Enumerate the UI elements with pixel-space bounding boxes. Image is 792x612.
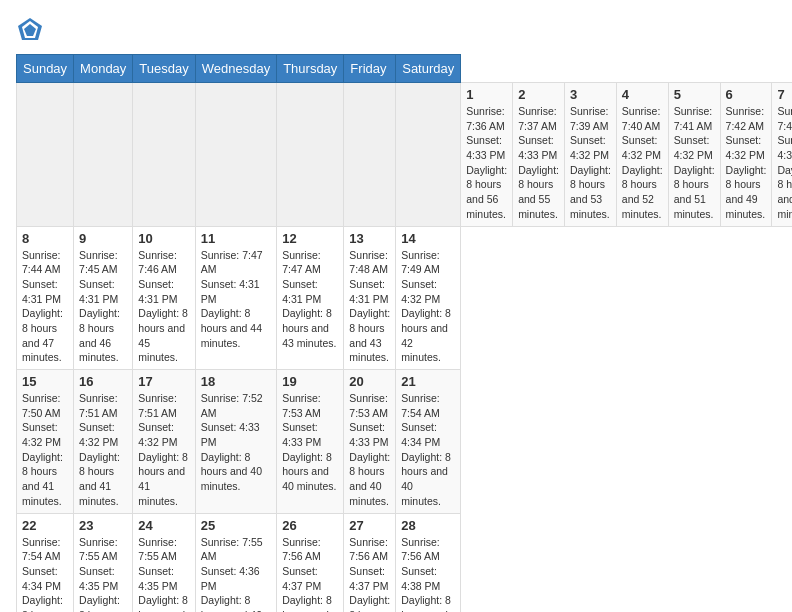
day-info: Sunrise: 7:47 AMSunset: 4:31 PMDaylight:… xyxy=(201,248,271,351)
day-info: Sunrise: 7:52 AMSunset: 4:33 PMDaylight:… xyxy=(201,391,271,494)
weekday-header-wednesday: Wednesday xyxy=(195,55,276,83)
day-info: Sunrise: 7:46 AMSunset: 4:31 PMDaylight:… xyxy=(138,248,189,366)
day-number: 5 xyxy=(674,87,715,102)
day-number: 24 xyxy=(138,518,189,533)
day-number: 19 xyxy=(282,374,338,389)
calendar-cell: 23Sunrise: 7:55 AMSunset: 4:35 PMDayligh… xyxy=(74,513,133,612)
weekday-header-monday: Monday xyxy=(74,55,133,83)
calendar-cell: 8Sunrise: 7:44 AMSunset: 4:31 PMDaylight… xyxy=(17,226,74,370)
calendar-cell: 25Sunrise: 7:55 AMSunset: 4:36 PMDayligh… xyxy=(195,513,276,612)
day-info: Sunrise: 7:47 AMSunset: 4:31 PMDaylight:… xyxy=(282,248,338,351)
day-info: Sunrise: 7:55 AMSunset: 4:36 PMDaylight:… xyxy=(201,535,271,613)
calendar-cell: 19Sunrise: 7:53 AMSunset: 4:33 PMDayligh… xyxy=(277,370,344,514)
day-info: Sunrise: 7:55 AMSunset: 4:35 PMDaylight:… xyxy=(79,535,127,613)
calendar-cell: 17Sunrise: 7:51 AMSunset: 4:32 PMDayligh… xyxy=(133,370,195,514)
day-number: 7 xyxy=(777,87,792,102)
day-number: 15 xyxy=(22,374,68,389)
calendar-cell: 3Sunrise: 7:39 AMSunset: 4:32 PMDaylight… xyxy=(564,83,616,227)
calendar-week-row: 8Sunrise: 7:44 AMSunset: 4:31 PMDaylight… xyxy=(17,226,793,370)
day-number: 16 xyxy=(79,374,127,389)
day-number: 8 xyxy=(22,231,68,246)
day-number: 18 xyxy=(201,374,271,389)
weekday-header-sunday: Sunday xyxy=(17,55,74,83)
day-number: 10 xyxy=(138,231,189,246)
calendar-cell: 16Sunrise: 7:51 AMSunset: 4:32 PMDayligh… xyxy=(74,370,133,514)
calendar-cell: 2Sunrise: 7:37 AMSunset: 4:33 PMDaylight… xyxy=(513,83,565,227)
calendar-cell: 18Sunrise: 7:52 AMSunset: 4:33 PMDayligh… xyxy=(195,370,276,514)
day-info: Sunrise: 7:48 AMSunset: 4:31 PMDaylight:… xyxy=(349,248,390,366)
day-number: 1 xyxy=(466,87,507,102)
day-info: Sunrise: 7:42 AMSunset: 4:32 PMDaylight:… xyxy=(726,104,767,222)
day-number: 27 xyxy=(349,518,390,533)
day-info: Sunrise: 7:53 AMSunset: 4:33 PMDaylight:… xyxy=(349,391,390,509)
day-info: Sunrise: 7:45 AMSunset: 4:31 PMDaylight:… xyxy=(79,248,127,366)
calendar-cell xyxy=(195,83,276,227)
day-info: Sunrise: 7:41 AMSunset: 4:32 PMDaylight:… xyxy=(674,104,715,222)
day-info: Sunrise: 7:50 AMSunset: 4:32 PMDaylight:… xyxy=(22,391,68,509)
calendar-cell: 27Sunrise: 7:56 AMSunset: 4:37 PMDayligh… xyxy=(344,513,396,612)
day-info: Sunrise: 7:54 AMSunset: 4:34 PMDaylight:… xyxy=(401,391,455,509)
calendar-cell: 13Sunrise: 7:48 AMSunset: 4:31 PMDayligh… xyxy=(344,226,396,370)
calendar-cell: 4Sunrise: 7:40 AMSunset: 4:32 PMDaylight… xyxy=(616,83,668,227)
day-info: Sunrise: 7:43 AMSunset: 4:31 PMDaylight:… xyxy=(777,104,792,222)
day-number: 25 xyxy=(201,518,271,533)
day-number: 2 xyxy=(518,87,559,102)
calendar-cell: 15Sunrise: 7:50 AMSunset: 4:32 PMDayligh… xyxy=(17,370,74,514)
day-number: 23 xyxy=(79,518,127,533)
day-number: 4 xyxy=(622,87,663,102)
day-number: 6 xyxy=(726,87,767,102)
calendar-cell: 7Sunrise: 7:43 AMSunset: 4:31 PMDaylight… xyxy=(772,83,792,227)
weekday-header-friday: Friday xyxy=(344,55,396,83)
calendar-cell: 21Sunrise: 7:54 AMSunset: 4:34 PMDayligh… xyxy=(396,370,461,514)
calendar-cell: 26Sunrise: 7:56 AMSunset: 4:37 PMDayligh… xyxy=(277,513,344,612)
calendar-body: 1Sunrise: 7:36 AMSunset: 4:33 PMDaylight… xyxy=(17,83,793,613)
calendar-table: SundayMondayTuesdayWednesdayThursdayFrid… xyxy=(16,54,792,612)
calendar-cell: 9Sunrise: 7:45 AMSunset: 4:31 PMDaylight… xyxy=(74,226,133,370)
day-number: 20 xyxy=(349,374,390,389)
day-number: 14 xyxy=(401,231,455,246)
calendar-cell xyxy=(74,83,133,227)
calendar-cell: 28Sunrise: 7:56 AMSunset: 4:38 PMDayligh… xyxy=(396,513,461,612)
logo-icon xyxy=(16,16,44,44)
calendar-cell xyxy=(344,83,396,227)
calendar-cell: 12Sunrise: 7:47 AMSunset: 4:31 PMDayligh… xyxy=(277,226,344,370)
weekday-header-saturday: Saturday xyxy=(396,55,461,83)
day-info: Sunrise: 7:53 AMSunset: 4:33 PMDaylight:… xyxy=(282,391,338,494)
day-number: 26 xyxy=(282,518,338,533)
calendar-cell xyxy=(17,83,74,227)
calendar-cell xyxy=(133,83,195,227)
day-number: 22 xyxy=(22,518,68,533)
weekday-row: SundayMondayTuesdayWednesdayThursdayFrid… xyxy=(17,55,793,83)
weekday-header-thursday: Thursday xyxy=(277,55,344,83)
weekday-header-tuesday: Tuesday xyxy=(133,55,195,83)
calendar-cell: 20Sunrise: 7:53 AMSunset: 4:33 PMDayligh… xyxy=(344,370,396,514)
calendar-cell: 14Sunrise: 7:49 AMSunset: 4:32 PMDayligh… xyxy=(396,226,461,370)
day-number: 13 xyxy=(349,231,390,246)
day-number: 9 xyxy=(79,231,127,246)
calendar-cell xyxy=(396,83,461,227)
header xyxy=(16,16,776,44)
calendar-cell: 5Sunrise: 7:41 AMSunset: 4:32 PMDaylight… xyxy=(668,83,720,227)
calendar-cell: 24Sunrise: 7:55 AMSunset: 4:35 PMDayligh… xyxy=(133,513,195,612)
day-info: Sunrise: 7:37 AMSunset: 4:33 PMDaylight:… xyxy=(518,104,559,222)
day-info: Sunrise: 7:36 AMSunset: 4:33 PMDaylight:… xyxy=(466,104,507,222)
day-info: Sunrise: 7:56 AMSunset: 4:37 PMDaylight:… xyxy=(282,535,338,613)
calendar-cell xyxy=(277,83,344,227)
day-number: 3 xyxy=(570,87,611,102)
day-info: Sunrise: 7:49 AMSunset: 4:32 PMDaylight:… xyxy=(401,248,455,366)
day-number: 12 xyxy=(282,231,338,246)
day-info: Sunrise: 7:55 AMSunset: 4:35 PMDaylight:… xyxy=(138,535,189,613)
calendar-week-row: 1Sunrise: 7:36 AMSunset: 4:33 PMDaylight… xyxy=(17,83,793,227)
calendar-cell: 10Sunrise: 7:46 AMSunset: 4:31 PMDayligh… xyxy=(133,226,195,370)
calendar-week-row: 15Sunrise: 7:50 AMSunset: 4:32 PMDayligh… xyxy=(17,370,793,514)
day-number: 17 xyxy=(138,374,189,389)
day-number: 21 xyxy=(401,374,455,389)
day-number: 11 xyxy=(201,231,271,246)
day-info: Sunrise: 7:44 AMSunset: 4:31 PMDaylight:… xyxy=(22,248,68,366)
day-info: Sunrise: 7:39 AMSunset: 4:32 PMDaylight:… xyxy=(570,104,611,222)
calendar-cell: 6Sunrise: 7:42 AMSunset: 4:32 PMDaylight… xyxy=(720,83,772,227)
day-info: Sunrise: 7:40 AMSunset: 4:32 PMDaylight:… xyxy=(622,104,663,222)
day-info: Sunrise: 7:56 AMSunset: 4:37 PMDaylight:… xyxy=(349,535,390,613)
calendar-header: SundayMondayTuesdayWednesdayThursdayFrid… xyxy=(17,55,793,83)
calendar-week-row: 22Sunrise: 7:54 AMSunset: 4:34 PMDayligh… xyxy=(17,513,793,612)
